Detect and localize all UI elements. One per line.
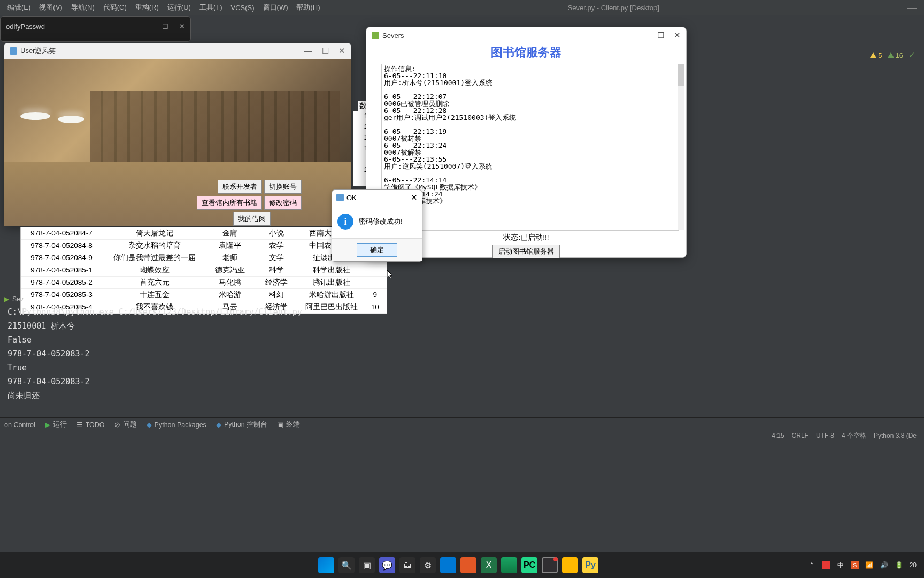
- explorer-icon[interactable]: 🗂: [399, 557, 415, 573]
- file-explorer-icon[interactable]: [562, 557, 578, 573]
- menu-navigate[interactable]: 导航(N): [67, 2, 99, 13]
- browser-icon[interactable]: [501, 557, 517, 573]
- todo-icon: ☰: [76, 421, 83, 429]
- dialog-message: 密码修改成功!: [359, 217, 403, 226]
- terminal-output[interactable]: C:\Python38\python.exe C:/Users/123/Desk…: [7, 305, 924, 402]
- python-icon: ◆: [216, 421, 221, 429]
- dialog-title: OK: [346, 194, 357, 202]
- table-row[interactable]: 978-7-04-052085-3十连五金米哈游科幻米哈游出版社9: [21, 289, 387, 301]
- tab-todo[interactable]: ☰TODO: [76, 421, 105, 429]
- ide-status-bar: 4:15 CRLF UTF-8 4 个空格 Python 3.8 (De: [772, 431, 917, 440]
- terminal-icon: ▣: [277, 421, 283, 429]
- switch-account-button[interactable]: 切换账号: [264, 180, 302, 194]
- menu-window[interactable]: 窗口(W): [259, 2, 292, 13]
- obs-icon[interactable]: [542, 557, 558, 573]
- server-app-icon: [372, 32, 379, 39]
- indent-setting[interactable]: 4 个空格: [842, 431, 866, 440]
- pycharm-icon[interactable]: PC: [521, 557, 537, 573]
- search-icon[interactable]: 🔍: [338, 557, 355, 573]
- ime-indicator[interactable]: 中: [836, 560, 845, 570]
- maximize-icon[interactable]: ☐: [322, 46, 329, 56]
- tab-version-control[interactable]: on Control: [4, 421, 35, 429]
- menu-edit[interactable]: 编辑(E): [3, 2, 35, 13]
- weakwarning-triangle-icon: [888, 52, 894, 58]
- ok-button[interactable]: 确定: [357, 243, 397, 257]
- edge-icon[interactable]: [440, 557, 456, 573]
- office-icon[interactable]: [460, 557, 476, 573]
- servers-window-title: Severs: [382, 32, 404, 40]
- file-encoding[interactable]: UTF-8: [816, 432, 834, 439]
- table-row[interactable]: 978-7-04-052085-1蝴蝶效应德克冯亚科学科学出版社: [21, 264, 387, 277]
- start-button-icon[interactable]: [318, 557, 334, 573]
- line-separator[interactable]: CRLF: [792, 432, 808, 439]
- menu-vcs[interactable]: VCS(S): [226, 3, 258, 13]
- ide-menu-bar: 编辑(E) 视图(V) 导航(N) 代码(C) 重构(R) 运行(U) 工具(T…: [0, 0, 924, 15]
- menu-run[interactable]: 运行(U): [163, 2, 195, 13]
- task-view-icon[interactable]: ▣: [359, 557, 375, 573]
- contact-developer-button[interactable]: 联系开发者: [218, 180, 262, 194]
- clock[interactable]: 20: [910, 561, 917, 569]
- window-minimize-icon[interactable]: —: [903, 2, 921, 13]
- windows-taskbar: 🔍 ▣ 💬 🗂 ⚙ X PC Py ⌃ 中 S 📶 🔊 🔋 20: [0, 552, 924, 578]
- warnings-weak[interactable]: 16: [888, 51, 903, 59]
- change-password-button[interactable]: 修改密码: [264, 196, 302, 210]
- scrollbar-thumb[interactable]: [678, 64, 684, 86]
- run-tool-tab[interactable]: ▶ Sev: [0, 293, 28, 305]
- close-icon[interactable]: ✕: [674, 31, 681, 40]
- battery-icon[interactable]: 🔋: [895, 560, 904, 570]
- settings-icon[interactable]: ⚙: [420, 557, 436, 573]
- close-icon[interactable]: ✕: [411, 193, 418, 202]
- close-icon[interactable]: ✕: [338, 46, 345, 56]
- python-app-icon[interactable]: Py: [582, 557, 598, 573]
- minimize-icon[interactable]: —: [640, 31, 648, 40]
- scrollbar-track[interactable]: [678, 64, 684, 230]
- log-text: 操作信息: 6-05---22:11:10 用户:析木兮(21510001)登入…: [384, 65, 676, 218]
- run-play-icon: ▶: [45, 421, 50, 429]
- tab-console[interactable]: ◆Python 控制台: [216, 420, 267, 429]
- minimize-icon[interactable]: —: [304, 46, 312, 56]
- menu-tools[interactable]: 工具(T): [195, 2, 227, 13]
- window-modifypasswd: odifyPasswd — ☐ ✕: [0, 16, 191, 42]
- tray-app-icon[interactable]: [822, 561, 830, 569]
- interpreter[interactable]: Python 3.8 (De: [874, 432, 917, 439]
- tab-packages[interactable]: ◆Python Packages: [147, 421, 206, 429]
- sogou-icon[interactable]: S: [851, 561, 859, 569]
- chat-icon[interactable]: 💬: [379, 557, 395, 573]
- tab-run[interactable]: ▶运行: [45, 420, 67, 429]
- checkmark-icon: ✓: [908, 50, 915, 60]
- warnings-yellow[interactable]: 5: [870, 51, 882, 59]
- server-log[interactable]: 操作信息: 6-05---22:11:10 用户:析木兮(21510001)登入…: [381, 64, 679, 231]
- bottom-tool-tabs: on Control ▶运行 ☰TODO ⊘问题 ◆Python Package…: [0, 417, 924, 431]
- close-icon[interactable]: ✕: [179, 22, 185, 31]
- maximize-icon[interactable]: ☐: [162, 22, 168, 31]
- my-borrow-button[interactable]: 我的借阅: [233, 212, 271, 226]
- cursor-icon: [387, 270, 394, 279]
- excel-icon[interactable]: X: [481, 557, 497, 573]
- tk-feather-icon: [10, 47, 17, 55]
- menu-refactor[interactable]: 重构(R): [131, 2, 163, 13]
- server-header: 图书馆服务器: [366, 43, 686, 64]
- minimize-icon[interactable]: —: [144, 22, 151, 31]
- user-window-title: User逆风笑: [20, 46, 56, 56]
- menu-code[interactable]: 代码(C): [99, 2, 131, 13]
- python-icon: ◆: [147, 421, 152, 429]
- chevron-up-icon[interactable]: ⌃: [807, 560, 817, 570]
- view-all-books-button[interactable]: 查看馆内所有书籍: [197, 196, 262, 210]
- library-photo: 联系开发者 切换账号 查看馆内所有书籍 修改密码 我的借阅: [4, 59, 351, 226]
- maximize-icon[interactable]: ☐: [657, 31, 664, 40]
- menu-view[interactable]: 视图(V): [35, 2, 66, 13]
- volume-icon[interactable]: 🔊: [880, 560, 889, 570]
- caret-position[interactable]: 4:15: [772, 432, 784, 439]
- start-server-button[interactable]: 启动图书馆服务器: [492, 245, 560, 258]
- dialog-ok: OK ✕ i 密码修改成功! 确定: [332, 189, 422, 262]
- project-title: Sever.py - Client.py [Desktop]: [325, 4, 903, 12]
- tab-problems[interactable]: ⊘问题: [114, 420, 137, 429]
- warning-triangle-icon: [870, 52, 876, 58]
- inspection-widget: 5 16 ✓: [870, 50, 915, 60]
- menu-help[interactable]: 帮助(H): [292, 2, 324, 13]
- info-icon: i: [337, 214, 353, 230]
- tab-terminal[interactable]: ▣终端: [277, 420, 300, 429]
- tk-feather-icon: [336, 194, 344, 201]
- wifi-icon[interactable]: 📶: [865, 560, 874, 570]
- table-row[interactable]: 978-7-04-052085-2首充六元马化腾经济学腾讯出版社: [21, 277, 387, 289]
